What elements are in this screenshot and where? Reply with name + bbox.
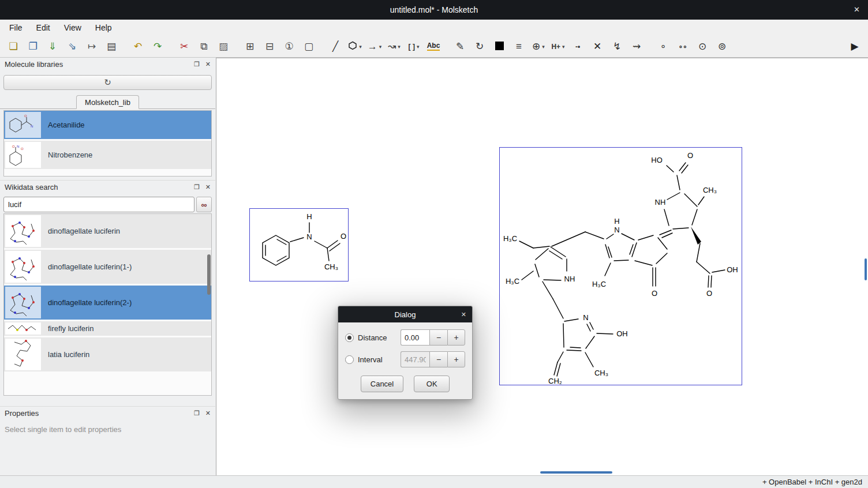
dropdown-arrow-icon[interactable]: ▾ (359, 44, 362, 50)
panel-title: Molecule libraries (5, 60, 63, 69)
atom-label: CH₂ (548, 377, 562, 385)
distance-increment-button[interactable]: + (447, 329, 465, 346)
distance-radio[interactable] (345, 333, 354, 342)
library-item-nitrobenzene[interactable]: ONONitrobenzene (4, 141, 211, 171)
distance-decrement-button[interactable]: − (429, 329, 447, 346)
ok-button[interactable]: OK (414, 376, 450, 392)
radical-electrons-button[interactable]: ∘ (654, 38, 672, 55)
toolbar-overflow-button[interactable]: ▶ (846, 38, 863, 55)
reaction-arrow-tool[interactable]: ↯ (608, 38, 626, 55)
dialog-titlebar[interactable]: Dialog ✕ (338, 306, 472, 322)
paste-button[interactable]: ▨ (215, 38, 232, 55)
window-close-icon[interactable]: ✕ (854, 5, 860, 14)
toolbar-separator (443, 38, 450, 55)
color-picker-button-icon (495, 42, 504, 52)
lone-pair-tool[interactable]: -• (569, 38, 586, 55)
print-button[interactable]: ▤ (103, 38, 120, 55)
dropdown-arrow-icon[interactable]: ▾ (562, 44, 565, 50)
curved-arrow-tool[interactable]: ↝▾ (386, 38, 403, 55)
lone-pairs-button-icon: ∘∘ (678, 43, 687, 50)
menu-file[interactable]: File (2, 21, 29, 35)
lone-pairs-button[interactable]: ∘∘ (674, 38, 691, 55)
optimize-structure-button-icon: ⊚ (718, 42, 726, 51)
atom-label: NH (655, 198, 666, 207)
dialog-close-icon[interactable]: ✕ (461, 311, 466, 318)
export-button[interactable]: ↦ (83, 38, 100, 55)
delete-tool[interactable]: ✕ (589, 38, 606, 55)
undo-button[interactable]: ↶ (129, 38, 147, 55)
scrollbar-thumb[interactable] (207, 254, 211, 295)
distance-input[interactable] (401, 329, 429, 346)
close-panel-icon[interactable]: ✕ (205, 410, 211, 417)
copy-button[interactable]: ⧉ (195, 38, 212, 55)
library-item-acetanilide[interactable]: ONAcetanilide (4, 111, 211, 141)
text-tool[interactable]: Abc (425, 38, 442, 55)
bracket-tool-icon: [ ] (409, 43, 415, 50)
electron-systems-button[interactable]: ⊙ (694, 38, 711, 55)
float-panel-icon[interactable]: ❐ (194, 183, 200, 191)
rotate-tool[interactable]: ↻ (471, 38, 488, 55)
dropdown-arrow-icon[interactable]: ▾ (417, 44, 420, 50)
menu-help[interactable]: Help (88, 21, 119, 35)
molecule-acetanilide[interactable]: H N O CH₃ (249, 208, 349, 281)
new-document-button[interactable]: ❏ (5, 38, 22, 55)
ring-tool[interactable]: ▾ (346, 38, 364, 55)
charge-tool[interactable]: ⊕▾ (530, 38, 547, 55)
save-as-button[interactable]: ⇘ (63, 38, 81, 55)
library-list: ONAcetanilideONONitrobenzene (3, 110, 212, 177)
wikidata-item-firefly-luciferin[interactable]: firefly luciferin (4, 321, 211, 337)
wikidata-item-dinoflagellate-luciferin-1[interactable]: dinoflagellate luciferin(1-) (4, 250, 211, 286)
vertical-scrollbar-thumb[interactable] (865, 258, 867, 280)
close-panel-icon[interactable]: ✕ (205, 183, 211, 191)
zoom-original-button[interactable]: ① (280, 38, 298, 55)
dropdown-arrow-icon[interactable]: ▾ (542, 44, 545, 50)
cut-button[interactable]: ✂ (175, 38, 193, 55)
dropdown-arrow-icon[interactable]: ▾ (379, 44, 382, 50)
new-document-button-icon: ❏ (9, 42, 17, 51)
zoom-in-button[interactable]: ⊞ (241, 38, 259, 55)
svg-text:N: N (17, 145, 19, 148)
line-width-button[interactable]: ≡ (510, 38, 527, 55)
save-button[interactable]: ⇓ (44, 38, 61, 55)
float-panel-icon[interactable]: ❐ (194, 410, 200, 417)
molecule-luciferin[interactable]: HO O CH₃ NH H N H₃C NH H₃C H₃C O OH O N … (499, 147, 742, 385)
drawing-canvas[interactable]: H N O CH₃ (216, 58, 868, 475)
titlebar[interactable]: untitled.mol* - Molsketch ✕ (0, 0, 868, 20)
wikidata-item-dinoflagellate-luciferin[interactable]: dinoflagellate luciferin (4, 214, 211, 250)
bond-tool[interactable]: ╱ (327, 38, 344, 55)
menu-edit[interactable]: Edit (29, 21, 57, 35)
wikidata-list: dinoflagellate luciferindinoflagellate l… (3, 213, 212, 396)
atom-label: O (652, 289, 657, 298)
dropdown-arrow-icon[interactable]: ▾ (398, 44, 401, 50)
wikidata-search-input[interactable] (3, 197, 194, 212)
interval-input[interactable] (401, 351, 429, 367)
close-panel-icon[interactable]: ✕ (205, 61, 211, 68)
atom-label: N (306, 232, 312, 241)
bracket-tool[interactable]: [ ]▾ (405, 38, 422, 55)
interval-radio[interactable] (345, 355, 354, 364)
wikidata-search-button[interactable]: ∞ (196, 197, 212, 212)
draw-mode-tool[interactable]: ✎ (451, 38, 469, 55)
refresh-library-button[interactable]: ↻ (3, 75, 212, 90)
horizontal-scrollbar-thumb[interactable] (540, 471, 612, 474)
optimize-structure-button[interactable]: ⊚ (713, 38, 731, 55)
mechanism-arrow-tool[interactable]: ⇝ (628, 38, 645, 55)
zoom-out-button[interactable]: ⊟ (261, 38, 278, 55)
interval-increment-button[interactable]: + (447, 351, 465, 367)
item-label: dinoflagellate luciferin(1-) (48, 262, 132, 271)
color-picker-button[interactable] (491, 38, 508, 55)
float-panel-icon[interactable]: ❐ (194, 61, 200, 68)
zoom-fit-button[interactable]: ▢ (300, 38, 317, 55)
arrow-tool[interactable]: →▾ (366, 38, 383, 55)
interval-decrement-button[interactable]: − (429, 351, 447, 367)
redo-button[interactable]: ↷ (149, 38, 166, 55)
menu-view[interactable]: View (57, 21, 88, 35)
wikidata-item-dinoflagellate-luciferin-2[interactable]: dinoflagellate luciferin(2-) (4, 286, 211, 321)
tab-molsketch-lib[interactable]: Molsketch_lib (76, 95, 139, 109)
cancel-button[interactable]: Cancel (361, 376, 403, 392)
wikidata-item-latia-luciferin[interactable]: latia luciferin (4, 337, 211, 373)
undo-button-icon: ↶ (134, 42, 142, 51)
open-file-button[interactable]: ❐ (24, 38, 42, 55)
electron-systems-button-icon: ⊙ (698, 42, 706, 51)
hydrogen-tool[interactable]: H+▾ (549, 38, 567, 55)
